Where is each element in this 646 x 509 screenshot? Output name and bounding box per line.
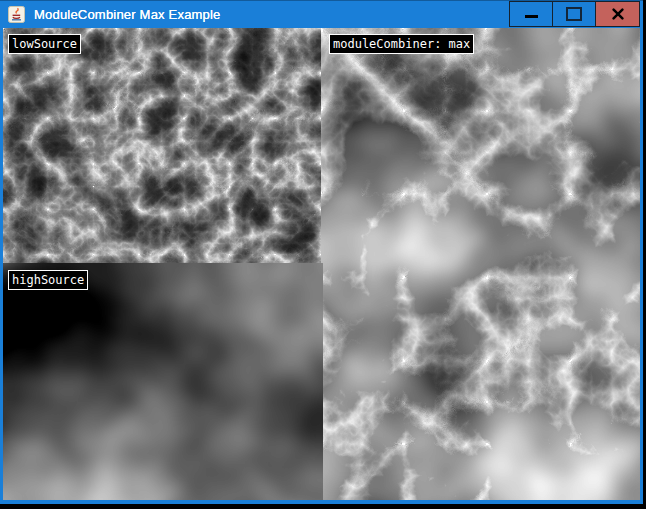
java-coffee-cup-glyph <box>8 6 25 23</box>
maximize-button[interactable] <box>552 1 596 27</box>
lowsource-noise-texture <box>3 28 321 263</box>
modulecombiner-max-label: moduleCombiner: max <box>329 34 474 54</box>
window-title: ModuleCombiner Max Example <box>34 7 221 22</box>
render-area: lowSource <box>3 28 640 500</box>
panel-lowsource: lowSource <box>3 28 321 263</box>
panel-modulecombiner-max: moduleCombiner: max <box>321 28 640 500</box>
highsource-label: highSource <box>8 270 88 290</box>
panel-highsource: highSource <box>3 263 323 500</box>
app-window: ModuleCombiner Max Example <box>0 0 643 504</box>
lowsource-label: lowSource <box>8 34 81 54</box>
window-controls <box>510 1 640 27</box>
java-coffee-cup-icon[interactable] <box>8 6 25 23</box>
minimize-button[interactable] <box>509 1 553 27</box>
highsource-noise-texture <box>3 263 323 500</box>
minimize-icon <box>525 15 538 18</box>
modulecombiner-max-noise-texture <box>321 28 640 500</box>
title-bar[interactable]: ModuleCombiner Max Example <box>0 0 643 28</box>
close-icon <box>612 8 624 20</box>
close-button[interactable] <box>595 1 640 27</box>
maximize-icon <box>566 7 582 21</box>
